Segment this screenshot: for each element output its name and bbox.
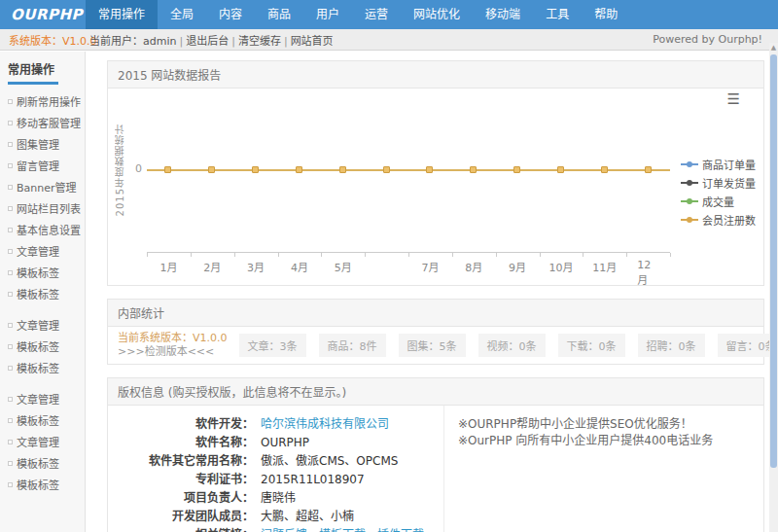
nav-item-9[interactable]: 工具 bbox=[533, 0, 582, 29]
separator: | bbox=[179, 35, 183, 48]
sidebar-item[interactable]: 文章管理 bbox=[8, 243, 81, 259]
field-value: OURPHP bbox=[261, 434, 309, 452]
sidebar-item-label: 模板标签 bbox=[17, 412, 59, 428]
month-label: 1月 bbox=[159, 259, 177, 274]
sidebar-item[interactable]: 文章管理 bbox=[8, 391, 81, 407]
field-value: 2015R11L018907 bbox=[261, 471, 365, 489]
scrollbar-track[interactable]: ▲ bbox=[769, 43, 778, 532]
legend-item[interactable]: 订单发货量 bbox=[681, 175, 756, 191]
bullet-icon bbox=[8, 482, 13, 487]
user-link[interactable]: 清空缓存 bbox=[238, 35, 281, 48]
separator: | bbox=[284, 35, 288, 48]
nav-item-8[interactable]: 移动端 bbox=[473, 0, 533, 29]
user-info: 当前用户：admin|退出后台|清空缓存|网站首页 bbox=[84, 32, 653, 48]
legend-label: 商品订单量 bbox=[702, 157, 756, 172]
field-value[interactable]: 哈尔滨伟成科技有限公司 bbox=[261, 415, 389, 434]
legend-label: 会员注册数 bbox=[702, 212, 756, 228]
sidebar-item-label: 模板标签 bbox=[17, 477, 59, 492]
scroll-up-icon[interactable]: ▲ bbox=[769, 43, 778, 53]
sidebar-item[interactable]: 图集管理 bbox=[8, 136, 81, 152]
stats-body: 当前系统版本：V1.0.0 >>>检测版本<<< 文章：3条商品：8件图集：5条… bbox=[108, 327, 763, 364]
bullet-icon bbox=[8, 249, 13, 254]
bullet-icon bbox=[8, 366, 13, 371]
month-label: 2月 bbox=[203, 259, 221, 274]
sidebar-item-label: 模板标签 bbox=[17, 338, 59, 354]
legend-item[interactable]: 成交量 bbox=[681, 194, 756, 209]
nav-item-1[interactable]: 常用操作 bbox=[86, 0, 158, 29]
field-value: 傲派、傲派CMS、OPCMS bbox=[261, 452, 398, 471]
sidebar-group: 文章管理模板标签模板标签 bbox=[8, 317, 81, 375]
stat-badges: 文章：3条商品：8件图集：5条视频：0条下载：0条招聘：0条留言：0条会员：1条 bbox=[239, 334, 778, 357]
user-link[interactable]: 退出后台 bbox=[186, 35, 229, 48]
check-version-link[interactable]: >>>检测版本<<< bbox=[118, 345, 228, 359]
promo-note: ※OURPHP帮助中小企业提供SEO优化服务！ bbox=[458, 416, 750, 433]
field-label: 软件名称： bbox=[108, 434, 254, 452]
legend-item[interactable]: 会员注册数 bbox=[681, 212, 756, 228]
chart-panel: 2015 网站数据报告 ☰ 2015年度数据统计 0 1月2月3月4月5月7月8… bbox=[107, 60, 764, 286]
data-line bbox=[147, 169, 670, 171]
x-axis-tick bbox=[670, 253, 671, 257]
powered-by: Powered by Ourphp! bbox=[653, 33, 778, 46]
month-label: 10月 bbox=[548, 259, 573, 274]
field-label: 软件其它常用名称： bbox=[108, 452, 254, 471]
x-axis-tick bbox=[496, 253, 497, 257]
chart-menu-icon[interactable]: ☰ bbox=[727, 90, 740, 108]
sidebar-item[interactable]: 模板标签 bbox=[8, 286, 81, 301]
sidebar-item[interactable]: 模板标签 bbox=[8, 338, 81, 354]
nav-item-6[interactable]: 运营 bbox=[352, 0, 401, 29]
nav-item-5[interactable]: 用户 bbox=[303, 0, 352, 29]
nav-item-7[interactable]: 网站优化 bbox=[401, 0, 473, 29]
nav-item-4[interactable]: 商品 bbox=[255, 0, 303, 29]
sidebar-item[interactable]: 模板标签 bbox=[8, 455, 81, 471]
y-axis-tick-zero: 0 bbox=[135, 162, 142, 175]
sidebar-item[interactable]: 模板标签 bbox=[8, 412, 81, 428]
sidebar-item[interactable]: 文章管理 bbox=[8, 434, 81, 449]
user-link[interactable]: 网站首页 bbox=[291, 35, 334, 48]
sidebar-item[interactable]: 移动客服管理 bbox=[8, 115, 81, 130]
copyright-row: 专利证书：2015R11L018907 bbox=[108, 471, 443, 489]
sidebar-item-label: 刷新常用操作 bbox=[17, 93, 81, 109]
x-axis-tick bbox=[452, 253, 453, 257]
data-point-marker bbox=[252, 166, 259, 173]
bullet-icon bbox=[8, 206, 13, 211]
nav-item-10[interactable]: 帮助 bbox=[582, 0, 630, 29]
bullet-icon bbox=[8, 344, 13, 349]
bullet-icon bbox=[8, 121, 13, 125]
copyright-row: 软件名称：OURPHP bbox=[108, 434, 443, 452]
sidebar-item-label: Banner管理 bbox=[17, 179, 77, 195]
sidebar-item[interactable]: Banner管理 bbox=[8, 179, 81, 195]
legend-item[interactable]: 商品订单量 bbox=[681, 157, 756, 172]
sidebar-groups: 刷新常用操作移动客服管理图集管理留言管理Banner管理网站栏目列表基本信息设置… bbox=[8, 93, 81, 492]
sidebar-item[interactable]: 网站栏目列表 bbox=[8, 200, 81, 216]
sidebar-item-label: 模板标签 bbox=[17, 265, 59, 280]
sidebar-item-label: 网站栏目列表 bbox=[17, 200, 81, 216]
sidebar-item[interactable]: 基本信息设置 bbox=[8, 222, 81, 237]
field-label: 专利证书： bbox=[108, 471, 254, 489]
sidebar-item[interactable]: 刷新常用操作 bbox=[8, 93, 81, 109]
stat-badge: 商品：8件 bbox=[319, 334, 386, 357]
field-value[interactable]: 问题反馈 - 模板下载 - 插件下载 bbox=[261, 526, 424, 532]
legend-marker-icon bbox=[681, 200, 698, 202]
promo-note: ※OurPHP 向所有中小企业用户提供400电话业务 bbox=[458, 433, 750, 449]
sidebar-item-label: 模板标签 bbox=[17, 360, 59, 375]
top-bar: OURPHP® 常用操作全局内容商品用户运营网站优化移动端工具帮助 bbox=[0, 0, 778, 29]
sidebar-item[interactable]: 模板标签 bbox=[8, 360, 81, 375]
nav-item-2[interactable]: 全局 bbox=[158, 0, 206, 29]
month-label: 7月 bbox=[421, 259, 439, 274]
field-value: 唐晓伟 bbox=[261, 489, 296, 508]
sidebar-item[interactable]: 文章管理 bbox=[8, 317, 81, 333]
copyright-row: 软件其它常用名称：傲派、傲派CMS、OPCMS bbox=[108, 452, 443, 471]
system-version-label: 系统版本：V1.0.0 bbox=[0, 32, 84, 48]
data-point-marker bbox=[383, 166, 390, 173]
data-point-marker bbox=[339, 166, 346, 173]
sidebar-item-label: 模板标签 bbox=[17, 455, 59, 471]
field-label: 开发团队成员： bbox=[108, 508, 254, 526]
sidebar-item[interactable]: 模板标签 bbox=[8, 265, 81, 280]
nav-item-3[interactable]: 内容 bbox=[206, 0, 255, 29]
stat-badge: 视频：0条 bbox=[478, 334, 546, 357]
sidebar-item[interactable]: 留言管理 bbox=[8, 158, 81, 173]
plot-region: 1月2月3月4月5月7月8月9月10月11月12月 bbox=[147, 89, 670, 254]
chart-area: ☰ 2015年度数据统计 0 1月2月3月4月5月7月8月9月10月11月12月… bbox=[108, 89, 763, 285]
scroll-thumb[interactable] bbox=[770, 54, 777, 468]
sidebar-item[interactable]: 模板标签 bbox=[8, 477, 81, 492]
